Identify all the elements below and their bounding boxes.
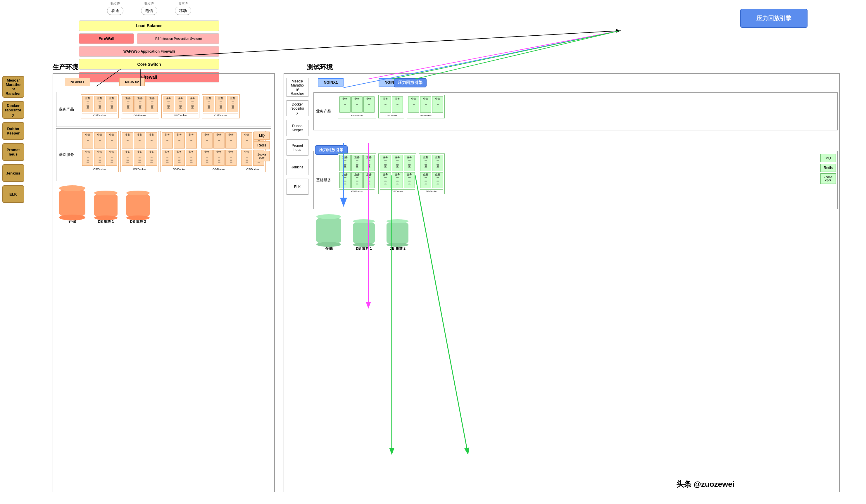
test-main-area: NGINX1 NGINX2 压力回放引擎 业务产品 业务一二三 [312, 74, 839, 492]
prod-biz-unit: 业务一二三 [106, 96, 117, 112]
test-biz-unit: 业务一二三 [380, 97, 391, 113]
prod-basic-unit: 业务一二三 [162, 150, 173, 166]
prod-basic-unit: 业务一二三 [106, 132, 117, 148]
prod-basic-unit: 业务一二三 [94, 132, 105, 148]
isp-row: 独立IP 联通 独立IP 电信 共享IP 移动 [107, 1, 191, 15]
test-basic-unit: 业务一二三 [420, 172, 431, 188]
top-network: 独立IP 联通 独立IP 电信 共享IP 移动 Load Balance Fir… [79, 1, 219, 83]
test-nginx1: NGINX1 [318, 78, 344, 87]
prod-biz-row3: 业务一二三 业务一二三 业务一二三 [163, 96, 198, 112]
prod-basic-section: 基础服务 业务一二三 业务一二三 业务一二三 业务一二三 业务一二三 业务一二三 [56, 128, 271, 181]
test-biz-group1: 业务一二三 业务一二三 业务一二三 OS/Docker [338, 95, 376, 119]
test-biz-unit: 业务一二三 [432, 97, 443, 113]
prod-basic-unit: 业务一二三 [134, 150, 145, 166]
test-mq: MQ [820, 154, 836, 162]
prod-biz-row1: 业务一二三 业务一二三 业务一二三 [82, 96, 117, 112]
prod-basic-unit: 业务一二三 [122, 132, 133, 148]
prod-basic-unit: 业务一二三 [241, 132, 252, 148]
test-biz-unit: 业务一二三 [340, 97, 351, 113]
test-biz-unit: 业务一二三 [352, 97, 363, 113]
firewall-box: FireWall [79, 33, 134, 44]
isp-yidong: 移动 [175, 7, 191, 15]
prod-basic-unit: 业务一二三 [134, 132, 145, 148]
prod-biz-group1: 业务一二三 业务一二三 业务一二三 OS/Docker [81, 94, 119, 119]
load-balance-bar: Load Balance [79, 21, 219, 31]
test-zookeeper: ZooKeeper [820, 173, 836, 184]
prod-db2: DB 集群 2 [126, 193, 150, 224]
test-db-section: 存储 DB 集群 1 [312, 211, 839, 257]
prod-biz-docker1: OS/Docker [82, 113, 117, 117]
prod-biz-docker4: OS/Docker [203, 113, 238, 117]
test-basic-unit: 业务一二三 [352, 155, 363, 171]
prod-biz-unit: 业务一二三 [146, 96, 158, 112]
test-basic-unit: 业务一二三 [392, 172, 403, 188]
test-basic-unit: 业务一二三 [352, 172, 363, 188]
test-inner-sidebar: Mesos/Marathon/Rancher Dockerrepository … [284, 74, 311, 492]
test-env-label: 测试环境 [307, 63, 333, 71]
prod-basic-unit: 业务一二三 [146, 132, 157, 148]
prod-biz-docker2: OS/Docker [122, 113, 158, 117]
test-basic-docker2: OS/Docker [380, 189, 415, 193]
test-elk: ELK [287, 179, 309, 195]
test-business-label: 业务产品 [316, 109, 331, 114]
prod-basic-unit: 业务一二三 [201, 132, 213, 148]
prod-basic-unit: 业务一二三 [82, 132, 93, 148]
sidebar-item-elk: ELK [2, 185, 24, 203]
prod-db1: DB 集群 1 [94, 193, 118, 224]
test-basic-unit: 业务一二三 [420, 155, 431, 171]
prod-basic-unit: 业务一二三 [174, 150, 185, 166]
prod-basic-label: 基础服务 [59, 152, 74, 157]
test-basic-group3: 业务一二三 业务一二三 业务一二三 业务一二三 OS/Docker [419, 154, 445, 194]
test-basic-label: 基础服务 [316, 178, 331, 183]
test-basic-unit: 业务一二三 [380, 155, 391, 171]
test-basic-unit: 业务一二三 [432, 172, 443, 188]
test-biz-docker2: OS/Docker [380, 114, 403, 117]
isp-dianxin: 电信 [141, 7, 157, 15]
prod-zookeeper: ZooKeeper [254, 151, 269, 161]
prod-basic-unit: 业务一二三 [94, 150, 105, 166]
prod-biz-unit: 业务一二三 [187, 96, 198, 112]
test-business-groups: 业务一二三 业务一二三 业务一二三 OS/Docker 业务一二三 业务一二三 [338, 95, 835, 119]
pressure-engine-1: 压力回放引擎 [394, 78, 426, 87]
test-basic-unit: 业务一二三 [364, 155, 375, 171]
prod-biz-unit: 业务一二三 [82, 96, 93, 112]
ip-badge-dianxin: 独立IP 电信 [141, 1, 157, 15]
prod-biz-unit: 业务一二三 [227, 96, 238, 112]
core-switch-bar: Core Switch [79, 59, 219, 70]
prod-biz-unit: 业务一二三 [134, 96, 146, 112]
prod-biz-group3: 业务一二三 业务一二三 业务一二三 OS/Docker [162, 94, 199, 119]
test-biz-group2: 业务一二三 业务一二三 OS/Docker [378, 95, 404, 119]
prod-mq: MQ [254, 132, 269, 140]
test-mq-section: MQ Redis ZooKeeper [820, 154, 836, 184]
sidebar-item-jenkins: Jenkins [2, 164, 24, 182]
test-basic-unit: 业务一二三 [340, 172, 351, 188]
test-basic-unit: 业务一二三 [340, 155, 351, 171]
sidebar-item-prometheus: Prometheus [2, 143, 24, 161]
center-content: 独立IP 联通 独立IP 电信 共享IP 移动 Load Balance Fir… [26, 0, 866, 504]
test-biz-group3: 业务一二三 业务一二三 业务一二三 OS/Docker [407, 95, 445, 119]
prod-biz-row2: 业务一二三 业务一二三 业务一二三 [122, 96, 158, 112]
ip-label-1: 独立IP [111, 1, 120, 6]
test-basic-group1: 业务一二三 业务一二三 业务一二三 业务一二三 业务一二三 业务一二三 OS/D… [338, 154, 376, 194]
test-basic-groups: 业务一二三 业务一二三 业务一二三 业务一二三 业务一二三 业务一二三 OS/D… [338, 154, 835, 194]
ips-box: IPS(Intrusion Prevention System) [137, 33, 219, 44]
test-basic-group2: 业务一二三 业务一二三 业务一二三 业务一二三 业务一二三 业务一二三 OS/D… [378, 154, 417, 194]
test-biz-docker1: OS/Docker [340, 114, 375, 117]
test-db1-label: DB 集群 1 [356, 246, 372, 251]
ip-label-3: 共享IP [178, 1, 188, 6]
prod-biz-group4: 业务一二三 业务一二三 业务一二三 OS/Docker [202, 94, 240, 119]
watermark: 头条 @zuozewei [676, 479, 734, 489]
test-docker-repo: Dockerrepository [287, 100, 309, 116]
test-basic-unit: 业务一二三 [404, 172, 415, 188]
test-biz-unit: 业务一二三 [420, 97, 431, 113]
firewall-ips-row: FireWall IPS(Intrusion Prevention System… [79, 33, 219, 44]
test-basic-unit: 业务一二三 [392, 155, 403, 171]
prod-basic-unit: 业务一二三 [213, 132, 224, 148]
prod-mq-section: MQ Redis ZooKeeper [254, 132, 269, 161]
test-db2: DB 集群 2 [387, 221, 409, 251]
prod-biz-unit: 业务一二三 [94, 96, 105, 112]
isp-liantong: 联通 [107, 7, 123, 15]
prod-basic-unit: 业务一二三 [225, 132, 236, 148]
prod-business-section: 业务产品 业务一二三 业务一二三 业务一二三 [56, 92, 271, 127]
sidebar-item-docker: Dockerrepository [2, 101, 24, 119]
